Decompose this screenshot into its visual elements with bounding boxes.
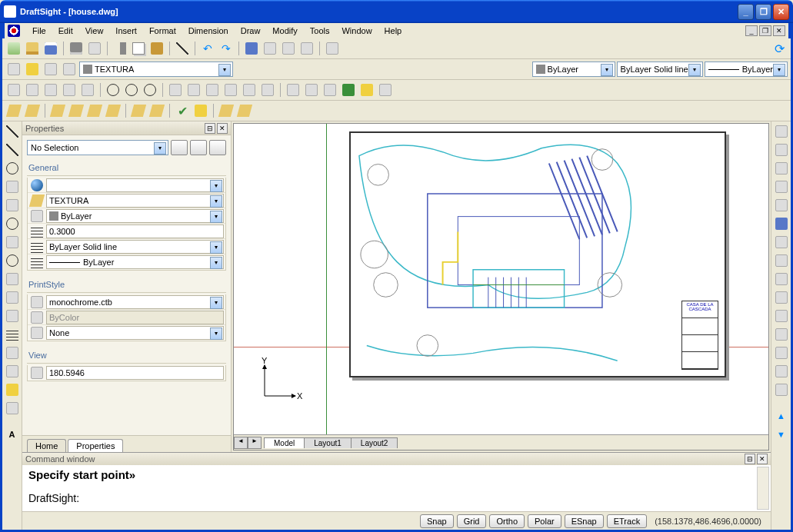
menu-file[interactable]: File — [26, 25, 52, 37]
rectangle-button[interactable] — [4, 178, 21, 195]
selection-combo[interactable]: No Selection — [27, 140, 168, 155]
ellipse-arc-button[interactable] — [4, 271, 21, 288]
nav-up-button[interactable]: ▲ — [773, 407, 790, 424]
refresh-button[interactable]: ⟳ — [771, 40, 788, 57]
prop-linestyle[interactable]: ByLayer Solid line — [46, 240, 224, 254]
layer-lock-button[interactable] — [42, 61, 59, 78]
menu-insert[interactable]: Insert — [109, 25, 143, 37]
toggle-pim-button[interactable] — [209, 140, 226, 155]
tab-model[interactable]: Model — [264, 437, 305, 448]
scale-button[interactable] — [773, 252, 790, 269]
dim-angular-button[interactable] — [79, 81, 96, 98]
dim-style-button[interactable] — [285, 81, 302, 98]
array-button[interactable] — [773, 197, 790, 214]
status-grid[interactable]: Grid — [457, 514, 487, 528]
menu-format[interactable]: Format — [143, 25, 182, 37]
copy-button[interactable] — [130, 40, 147, 57]
menu-draw[interactable]: Draw — [235, 25, 267, 37]
text-a-button[interactable]: A — [4, 426, 21, 443]
status-esnap[interactable]: ESnap — [565, 514, 604, 528]
menu-dimension[interactable]: Dimension — [182, 25, 235, 37]
lm-import-button[interactable] — [236, 102, 253, 119]
dim-leader-button[interactable] — [123, 81, 140, 98]
tab-properties[interactable]: Properties — [68, 439, 123, 452]
new-button[interactable] — [5, 40, 22, 57]
hatch-button[interactable] — [4, 326, 21, 343]
menu-tools[interactable]: Tools — [304, 25, 336, 37]
close-button[interactable]: ✕ — [773, 4, 789, 20]
menu-view[interactable]: View — [79, 25, 110, 37]
region-button[interactable] — [4, 344, 21, 361]
tab-nav-prev[interactable]: ◄ — [234, 437, 248, 449]
linestyle-combo[interactable]: ByLayer Solid line — [617, 62, 703, 77]
open-button[interactable] — [24, 40, 41, 57]
prop-view-x[interactable]: 180.5946 — [46, 366, 224, 380]
layer-combo[interactable]: TEXTURA — [79, 62, 233, 77]
cmd-pin-button[interactable]: ⊟ — [745, 454, 755, 464]
extend-button[interactable] — [773, 308, 790, 324]
lm-refresh-button[interactable] — [192, 102, 209, 119]
tab-layout2[interactable]: Layout2 — [351, 437, 398, 448]
lm-btn-8[interactable] — [148, 102, 165, 119]
menu-window[interactable]: Window — [335, 25, 378, 37]
dim-update-button[interactable] — [303, 81, 320, 98]
dim-arc-button[interactable] — [204, 81, 221, 98]
linecolor-combo[interactable]: ByLayer — [532, 62, 615, 77]
lm-btn-1[interactable] — [5, 102, 22, 119]
maximize-button[interactable]: ❐ — [755, 4, 771, 20]
explode-button[interactable] — [773, 381, 790, 398]
copy-obj-button[interactable] — [773, 141, 790, 158]
lm-btn-3[interactable] — [49, 102, 66, 119]
ellipse-button[interactable] — [4, 252, 21, 269]
print-button[interactable] — [68, 40, 85, 57]
trim-button[interactable] — [773, 289, 790, 306]
mdi-close-button[interactable]: ✕ — [773, 25, 785, 36]
tab-layout1[interactable]: Layout1 — [304, 437, 352, 448]
quick-select-button[interactable] — [171, 140, 188, 155]
dim-ordinate-button[interactable] — [142, 81, 158, 98]
save-button[interactable] — [42, 40, 59, 57]
zoom-extents-button[interactable] — [298, 40, 315, 57]
prop-linescale[interactable]: 0.3000 — [46, 224, 224, 238]
cmd-close-button[interactable]: ✕ — [757, 454, 768, 464]
dim-edit-button[interactable] — [259, 81, 276, 98]
prop-layer[interactable]: TEXTURA — [46, 194, 224, 208]
status-polar[interactable]: Polar — [528, 514, 561, 528]
dim-override-button[interactable] — [322, 81, 338, 98]
lm-btn-5[interactable] — [86, 102, 103, 119]
note-button[interactable] — [4, 381, 21, 398]
polyline-button[interactable] — [4, 141, 21, 158]
line-button[interactable] — [4, 123, 21, 140]
lm-btn-2[interactable] — [24, 102, 41, 119]
cut-button[interactable] — [112, 40, 128, 57]
zoom-button[interactable] — [262, 40, 278, 57]
drawing-canvas[interactable]: CASA DE LA CASCADA X Y — [234, 124, 768, 434]
status-etrack[interactable]: ETrack — [607, 514, 647, 528]
offset-button[interactable] — [773, 178, 790, 195]
table-button[interactable] — [4, 400, 21, 417]
line-tool-button[interactable] — [174, 40, 191, 57]
dim-radius-button[interactable] — [42, 81, 59, 98]
block-button[interactable] — [4, 308, 21, 324]
fillet-button[interactable] — [773, 363, 790, 380]
minimize-button[interactable]: _ — [738, 4, 754, 20]
rotate-button[interactable] — [773, 234, 790, 251]
polygon-button[interactable] — [4, 160, 21, 177]
nav-down-button[interactable]: ▼ — [773, 426, 790, 443]
command-input[interactable]: Specify start point» DraftSight: — [22, 465, 771, 511]
dim-break-button[interactable] — [358, 81, 375, 98]
paste-button[interactable] — [148, 40, 165, 57]
status-snap[interactable]: Snap — [420, 514, 454, 528]
text-button[interactable] — [4, 363, 21, 380]
dim-center-button[interactable] — [105, 81, 122, 98]
dim-jogged-button[interactable] — [222, 81, 239, 98]
prop-lineweight[interactable]: ByLayer — [46, 255, 224, 269]
dim-baseline-button[interactable] — [167, 81, 184, 98]
redo-button[interactable]: ↷ — [218, 40, 235, 57]
lm-btn-4[interactable] — [68, 102, 85, 119]
layer-freeze-button[interactable] — [24, 61, 41, 78]
lm-btn-7[interactable] — [130, 102, 147, 119]
print-preview-button[interactable] — [86, 40, 103, 57]
move-button[interactable] — [773, 215, 790, 232]
lm-check-button[interactable]: ✔ — [174, 102, 191, 119]
